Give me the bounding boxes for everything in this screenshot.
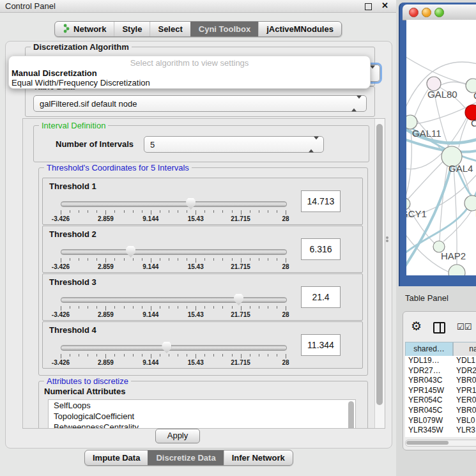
group-title: Interval Definition (39, 121, 108, 130)
tick-mark (105, 210, 106, 215)
slider-track[interactable] (61, 201, 287, 207)
attribute-item[interactable]: BetweennessCentrality (49, 422, 355, 429)
threshold-value-field[interactable]: 21.4 (301, 286, 341, 308)
tick-mark (204, 306, 205, 309)
node-label: C (471, 118, 476, 128)
tick-label: -3.426 (52, 359, 70, 366)
splitter-handle[interactable] (386, 236, 389, 242)
algorithm-option[interactable]: Manual Discretization (12, 68, 97, 78)
slider-track[interactable] (61, 297, 287, 303)
network-canvas[interactable]: GAL80GACGAL11GAL4GCY1HHAP2 (406, 20, 476, 275)
network-node-node-bottom[interactable] (449, 265, 465, 275)
tick-mark (187, 354, 187, 357)
algorithm-option[interactable]: Equal Width/Frequency Discretization (12, 78, 150, 88)
tick-mark (277, 306, 277, 309)
threshold-value-field[interactable]: 14.713 (301, 190, 341, 212)
network-node-gal11[interactable] (406, 115, 417, 129)
minimize-traffic-light[interactable] (422, 8, 431, 17)
tab-discretize-data[interactable]: Discretize Data (148, 450, 223, 465)
tick-label: 15.43 (188, 311, 204, 318)
tab-impute-data[interactable]: Impute Data (85, 450, 148, 465)
tab-infer-network[interactable]: Infer Network (224, 450, 293, 465)
scrollbar-thumb[interactable] (376, 124, 383, 405)
column-header[interactable]: na (453, 342, 476, 357)
tab-cyni-toolbox[interactable]: Cyni Toolbox (190, 22, 258, 36)
slider-ticks (61, 306, 286, 311)
tick-mark (178, 354, 178, 357)
tick-mark (187, 258, 187, 261)
tick-mark (259, 306, 259, 309)
tick-label: 28 (282, 359, 289, 366)
slider-track[interactable] (61, 345, 287, 351)
tab-style[interactable]: Style (114, 22, 150, 36)
attributes-scrollbar[interactable] (348, 401, 354, 429)
tick-mark (142, 210, 142, 213)
tick-mark (241, 306, 242, 311)
network-node-node-right-h[interactable] (464, 196, 476, 211)
tick-mark (105, 354, 106, 358)
attribute-item[interactable]: TopologicalCoefficient (49, 411, 355, 422)
gear-icon[interactable]: ⚙ (411, 319, 422, 334)
close-icon[interactable]: ✕ (381, 1, 388, 10)
slider-thumb[interactable] (234, 294, 243, 305)
horizontal-scrollbar[interactable] (405, 440, 476, 447)
slider-thumb[interactable] (162, 342, 171, 353)
columns-icon[interactable] (433, 322, 445, 334)
tab-label: Network (73, 24, 106, 34)
network-icon (63, 24, 73, 35)
vertical-scrollbar[interactable] (374, 119, 385, 428)
tab-label: Cyni Toolbox (199, 24, 250, 34)
tick-mark (169, 258, 169, 261)
tab-select[interactable]: Select (150, 22, 190, 36)
table-row[interactable]: YPR145WYPR1 (405, 386, 476, 396)
table-row[interactable]: YBR043CYBR0 (405, 376, 476, 386)
threshold-value-field[interactable]: 11.344 (301, 334, 341, 356)
table-data-select[interactable]: galFiltered.sif default node (33, 95, 367, 112)
tick-mark (96, 354, 97, 357)
tick-mark (213, 210, 214, 213)
tick-mark (232, 354, 233, 357)
tick-mark (178, 258, 178, 261)
table-cell: YDR27… (405, 366, 441, 375)
table-row[interactable]: YIL053CYIL0 (405, 436, 476, 437)
tick-mark (88, 306, 88, 309)
tick-mark (79, 306, 79, 309)
node-label: GCY1 (406, 208, 427, 219)
table-cell: YIL0 (453, 436, 472, 437)
threshold-value-field[interactable]: 6.316 (301, 238, 341, 260)
close-traffic-light[interactable] (409, 8, 418, 17)
table-cell: YDL19… (405, 356, 440, 365)
table-row[interactable]: YBR045CYBR0 (405, 406, 476, 416)
slider-thumb[interactable] (126, 246, 135, 257)
table-row[interactable]: YER054CYER0 (405, 395, 476, 406)
tick-mark (160, 258, 160, 261)
tick-mark (204, 354, 205, 357)
table-row[interactable]: YDR27…YDR2 (405, 366, 476, 376)
slider-thumb[interactable] (186, 198, 196, 210)
slider-track[interactable] (61, 249, 287, 255)
tick-mark (286, 306, 286, 311)
dropdown-hint: Select algorithm to view settings (9, 58, 370, 68)
float-window-icon[interactable] (365, 3, 372, 10)
number-of-intervals-select[interactable]: 5 (144, 136, 324, 153)
select-columns-checkboxes-icon[interactable]: ☑☑ (457, 322, 472, 332)
zoom-traffic-light[interactable] (434, 8, 444, 17)
scrollbar-thumb[interactable] (406, 441, 449, 445)
control-panel: Control Panel ✕ NetworkStyleSelectCyni T… (0, 0, 396, 476)
tick-mark (204, 258, 205, 261)
table-row[interactable]: YLR345WYLR3 (405, 426, 476, 436)
column-header[interactable]: shared… (405, 342, 453, 357)
tick-mark (79, 354, 79, 357)
tab-network[interactable]: Network (55, 22, 114, 36)
apply-button[interactable]: Apply (155, 429, 200, 443)
tick-mark (61, 306, 61, 311)
attribute-item[interactable]: SelfLoops (49, 400, 355, 411)
table-row[interactable]: YDL19…YDL1 (405, 356, 476, 366)
table-cell: YBL079W (405, 416, 443, 425)
panel-title: Control Panel (5, 1, 56, 11)
tick-mark (268, 210, 268, 213)
stepper-icon (309, 140, 319, 150)
tab-jactivemnodules[interactable]: jActiveMNodules (258, 22, 341, 36)
attributes-list[interactable]: SelfLoopsTopologicalCoefficientBetweenne… (48, 399, 356, 429)
table-row[interactable]: YBL079WYBL0 (405, 416, 476, 426)
